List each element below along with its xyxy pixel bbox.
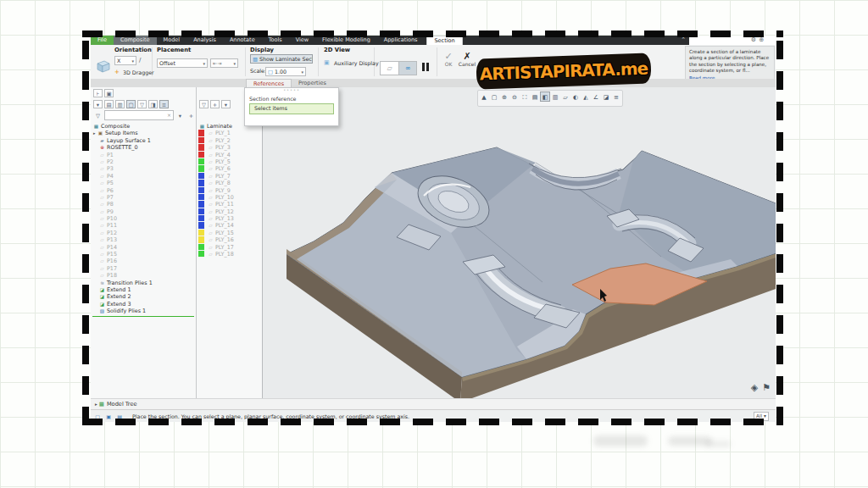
funnel-icon[interactable]: ▽ [199,100,209,108]
model-tree-bar[interactable]: ▸▦Model Tree [91,398,776,410]
saved-views-icon[interactable]: ▥ [550,92,560,102]
tree-item-rosette[interactable]: ⊕ROSETTE_0 [91,144,196,151]
tree-item-ply[interactable]: ▱P16 [91,258,196,264]
panel-grip-handle[interactable]: ••••• [245,88,338,92]
laminate-ply-row[interactable]: ▱PLY_10 [197,194,262,201]
tree-item-ply[interactable]: ▱P4 [91,173,196,180]
zoom-in-icon[interactable]: ⊕ [499,92,509,102]
laminate-ply-row[interactable]: ▱PLY_4 [197,152,262,158]
search-icon[interactable]: ⊕ [759,36,764,43]
spin-center-icon[interactable]: ◐ [570,92,581,102]
columns-icon[interactable]: ▥ [115,100,125,108]
select-icon[interactable]: ▲ [479,92,489,102]
laminate-stack-icon[interactable]: ◈ [751,382,758,393]
tree-item-ply[interactable]: ▱P1 [91,152,196,158]
laminate-ply-row[interactable]: ▱PLY_3 [197,144,262,151]
laminate-ply-row[interactable]: ▱PLY_7 [197,173,262,180]
tab-references[interactable]: References [246,79,292,87]
tree-item-ply[interactable]: ▱P14 [91,244,196,251]
tree-item-extend-3[interactable]: ◪Extend 3 [91,301,196,308]
orientation-axis-combobox[interactable]: X▾ [114,56,136,65]
view-manager-icon[interactable]: ≡ [611,92,621,102]
repaint-icon[interactable]: ▤ [530,92,540,102]
tree-item-ply[interactable]: ▱P17 [91,265,196,272]
tree-item-ply[interactable]: ▱P10 [91,215,196,222]
scale-combobox[interactable]: ▢ 1.00▾ [265,67,306,76]
placement-type-combobox[interactable]: Offset▾ [157,58,208,68]
tree-item-layup-surface[interactable]: ▰Layup Surface 1 [91,137,196,144]
laminate-ply-row[interactable]: ▱PLY_6 [197,165,262,172]
attached-preview-toggle[interactable]: ∞ [398,62,416,75]
laminate-ply-row[interactable]: ▱PLY_12 [197,208,262,215]
laminate-ply-row[interactable]: ▱PLY_18 [197,251,262,258]
tree-item-ply[interactable]: ▱P3 [91,165,196,172]
laminate-ply-row[interactable]: ▱PLY_16 [197,236,262,243]
tree-item-ply[interactable]: ▱P13 [91,236,196,243]
tree-search-input[interactable]: × [104,110,174,120]
menu-down-icon[interactable]: ▾ [221,100,231,108]
perspective-icon[interactable]: ◪ [601,92,611,102]
graphics-viewport[interactable]: ▲▢⊕⊖⛶▤◧▥▱◐◭∠◪≡ [263,87,776,398]
gear-icon[interactable]: ⚙ [751,36,756,43]
tree-item-ply[interactable]: ▱P12 [91,230,196,236]
expand-add-icon[interactable]: + [186,111,196,119]
flag-icon[interactable]: ⚑ [762,382,771,393]
tree-item-extend-1[interactable]: ◪Extend 1 [91,286,196,293]
laminate-ply-row[interactable]: ▱PLY_8 [197,180,262,186]
box-select-icon[interactable]: ▢ [489,92,499,102]
insertion-locator[interactable] [92,316,194,317]
laminate-ply-row[interactable]: ▱PLY_5 [197,158,262,165]
search-menu-icon[interactable]: ▾ [175,111,185,119]
tree-item-extend-2[interactable]: ◪Extend 2 [91,293,196,300]
ok-button[interactable]: ✓ OK [441,52,456,67]
flip-direction-icon[interactable]: ∕ [139,57,141,64]
show-laminate-section-toggle[interactable]: ▥ Show Laminate Section [250,54,313,64]
list-icon[interactable]: ≡ [159,100,169,108]
display-style-icon[interactable]: ◧ [540,92,550,102]
laminate-ply-row[interactable]: ▱PLY_1 [197,130,262,136]
tree-item-composite[interactable]: ▦Composite [91,123,196,130]
bookmark-icon[interactable]: ▣ [104,89,114,97]
tree-item-transition-plies-1[interactable]: ≋Transition Plies 1 [91,280,196,286]
tree-item-solidify-plies-1[interactable]: ▧Solidify Plies 1 [91,308,196,314]
placement-offset-field[interactable]: ⇤⇥▾ [210,58,238,68]
laminate-ply-row[interactable]: ▱PLY_2 [197,137,262,144]
cancel-button[interactable]: ✗ Cancel [458,52,476,67]
tab-properties[interactable]: Properties [292,79,333,87]
no-preview-toggle[interactable]: ▱ [381,62,398,75]
pin-icon[interactable]: ⊦ [93,89,103,97]
section-reference-collector[interactable]: Select items [249,103,334,114]
annotation-display-icon[interactable]: ∠ [591,92,601,102]
tree-item-setup-items[interactable]: ▸▣Setup Items [91,130,196,136]
tree-item-ply[interactable]: ▱P11 [91,222,196,229]
laminate-ply-row[interactable]: ▱PLY_11 [197,201,262,208]
datum-display-icon[interactable]: ▱ [560,92,570,102]
layers-icon[interactable]: ▤ [104,100,114,108]
frame-icon[interactable]: ▢ [126,100,136,108]
tree-filter-icon[interactable]: ▽ [137,100,147,108]
model-3d-svg[interactable] [263,87,776,398]
tree-item-ply[interactable]: ▱P6 [91,187,196,194]
clear-search-icon[interactable]: × [167,111,173,119]
funnel-icon[interactable]: ▽ [93,111,103,119]
laminate-ply-row[interactable]: ▱PLY_17 [197,244,262,251]
dragger-label[interactable]: 3D Dragger [123,69,154,75]
tree-item-ply[interactable]: ▱P5 [91,180,196,186]
laminate-ply-row[interactable]: ▱PLY_13 [197,215,262,222]
laminate-ply-row[interactable]: ▱PLY_15 [197,230,262,236]
tree-item-ply[interactable]: ▱P18 [91,272,196,279]
tree-menu-icon[interactable]: ▾ [93,100,103,108]
add-icon[interactable]: + [210,100,220,108]
laminate-ply-row[interactable]: ▱PLY_14 [197,222,262,229]
tree-item-ply[interactable]: ▱P9 [91,208,196,215]
zoom-out-icon[interactable]: ⊖ [509,92,520,102]
pause-button[interactable] [421,63,430,73]
tree-item-ply[interactable]: ▱P8 [91,201,196,208]
appearance-icon[interactable]: ◭ [581,92,591,102]
tree-item-ply[interactable]: ▱P7 [91,194,196,201]
laminate-ply-row[interactable]: ▱PLY_9 [197,187,262,194]
swap-icon[interactable]: ◨ [148,100,158,108]
auxiliary-display-label[interactable]: Auxiliary Display [334,60,379,66]
tree-item-ply[interactable]: ▱P15 [91,251,196,258]
tree-item-ply[interactable]: ▱P2 [91,158,196,165]
